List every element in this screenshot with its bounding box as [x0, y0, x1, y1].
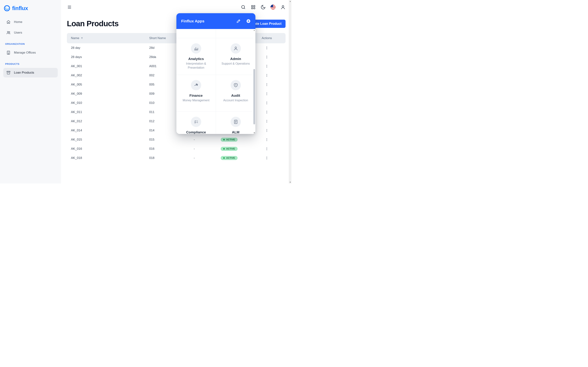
more-actions-icon[interactable]: [265, 119, 269, 123]
cell-name: AK_014: [71, 129, 149, 132]
more-actions-icon[interactable]: [265, 129, 269, 132]
app-card-alm[interactable]: ALM: [216, 112, 255, 134]
table-row[interactable]: AK_016016-ACTIVE: [67, 144, 285, 153]
app-card-compliance[interactable]: Compliance: [176, 112, 216, 134]
app-card-sub: Money Management: [183, 98, 209, 102]
cell-name: AK_018: [71, 156, 149, 160]
sidebar-item-home[interactable]: Home: [3, 17, 58, 27]
column-header-label: Short Name: [149, 36, 166, 40]
row-actions: [252, 64, 282, 68]
app-card-finance[interactable]: FinanceMoney Management: [176, 75, 216, 112]
sidebar-section-organization: ORGANIZATION: [3, 39, 58, 47]
more-actions-icon[interactable]: [265, 138, 269, 142]
browser-scrollbar[interactable]: ▲ ▼: [289, 0, 291, 184]
more-actions-icon[interactable]: [265, 92, 269, 96]
svg-rect-9: [251, 8, 253, 9]
cell-name: AK_005: [71, 83, 149, 86]
sidebar-item-loan-products[interactable]: Loan Products: [3, 68, 58, 77]
scroll-thumb[interactable]: [253, 69, 255, 125]
app-card-admin[interactable]: AdminSupport & Operations: [216, 38, 255, 75]
column-header-name[interactable]: Name: [71, 36, 149, 40]
app-card-audit[interactable]: AuditAccount Inspection: [216, 75, 255, 112]
profile-icon[interactable]: [280, 5, 285, 10]
table-row[interactable]: AK_015015-ACTIVE: [67, 135, 285, 144]
cell-name: AK_016: [71, 147, 149, 151]
app-card-name: Analytics: [188, 57, 204, 61]
row-actions: [252, 119, 282, 123]
cell-short-name: 018: [149, 156, 182, 160]
scroll-up-icon[interactable]: ▲: [253, 29, 255, 32]
app-card-sub: Support & Operations: [222, 62, 250, 66]
row-actions: [252, 147, 282, 151]
cell-name: AK_009: [71, 92, 149, 96]
svg-point-49: [267, 158, 267, 158]
cell-name: AK_011: [71, 110, 149, 114]
more-actions-icon[interactable]: [265, 83, 269, 86]
svg-point-48: [267, 157, 267, 157]
locale-flag-us-icon[interactable]: [270, 5, 276, 10]
svg-point-45: [267, 148, 267, 148]
svg-point-40: [267, 130, 267, 131]
svg-rect-10: [254, 8, 255, 9]
apps-popup-scrollbar[interactable]: ▲ ▼: [253, 29, 255, 134]
cell-status: ACTIVE: [206, 138, 252, 142]
scroll-up-icon[interactable]: ▲: [289, 0, 291, 3]
svg-point-14: [267, 49, 267, 49]
app-card-expand-improve[interactable]: Expand & Improve: [216, 29, 255, 38]
menu-toggle-icon[interactable]: [67, 5, 72, 10]
table-row[interactable]: AK_018018-ACTIVE: [67, 153, 285, 163]
more-actions-icon[interactable]: [265, 64, 269, 68]
status-dot-icon: [223, 148, 225, 150]
more-actions-icon[interactable]: [265, 55, 269, 59]
svg-rect-5: [7, 71, 10, 72]
svg-point-22: [267, 75, 267, 76]
sidebar-item-label: Loan Products: [14, 71, 34, 75]
svg-point-41: [267, 131, 267, 132]
apps-grid-icon[interactable]: [251, 5, 256, 10]
svg-point-18: [267, 65, 267, 66]
apps-popup-title: Finflux Apps: [181, 19, 204, 23]
cell-name: 28 days: [71, 55, 149, 59]
more-actions-icon[interactable]: [265, 74, 269, 77]
svg-rect-7: [251, 6, 253, 7]
svg-point-23: [267, 76, 267, 77]
more-actions-icon[interactable]: [265, 101, 269, 105]
cell-closed-date: -: [182, 138, 206, 142]
more-actions-icon[interactable]: [265, 147, 269, 151]
app-card-name: Admin: [230, 57, 241, 61]
row-actions: [252, 92, 282, 96]
svg-point-38: [267, 122, 267, 123]
add-app-icon[interactable]: [246, 19, 251, 23]
cell-name: AK_010: [71, 101, 149, 105]
sidebar-item-users[interactable]: Users: [3, 28, 58, 37]
alm-icon: [231, 117, 241, 127]
svg-rect-8: [254, 6, 255, 7]
more-actions-icon[interactable]: [265, 46, 269, 50]
more-actions-icon[interactable]: [265, 110, 269, 114]
sidebar-item-label: Manage Offices: [14, 51, 36, 55]
cell-name: AK_002: [71, 74, 149, 77]
cell-status: ACTIVE: [206, 156, 252, 160]
svg-point-6: [242, 6, 245, 8]
svg-point-31: [267, 103, 267, 103]
search-icon[interactable]: [241, 5, 246, 10]
sidebar-item-manage-offices[interactable]: Manage Offices: [3, 48, 58, 58]
scroll-down-icon[interactable]: ▼: [289, 181, 291, 184]
app-card-maintenance[interactable]: Maintenance: [176, 29, 216, 38]
edit-apps-icon[interactable]: [236, 19, 241, 23]
office-icon: [6, 50, 11, 55]
dark-mode-icon[interactable]: [260, 5, 266, 10]
column-header-label: Actions: [262, 36, 272, 40]
apps-popup-body[interactable]: MaintenanceExpand & ImproveAnalyticsInte…: [176, 29, 255, 134]
svg-point-16: [267, 57, 267, 58]
brand-logo[interactable]: finflux: [3, 5, 58, 11]
analytics-icon: [191, 43, 201, 54]
more-actions-icon[interactable]: [265, 156, 269, 160]
column-header-actions: Actions: [252, 36, 282, 40]
svg-point-46: [267, 149, 267, 149]
apps-popup: Finflux Apps MaintenanceExpand & Improve…: [176, 13, 255, 134]
svg-point-29: [267, 95, 267, 95]
app-card-analytics[interactable]: AnalyticsInterpretation & Presentation: [176, 38, 216, 75]
svg-point-42: [267, 138, 267, 139]
svg-point-21: [267, 74, 267, 75]
